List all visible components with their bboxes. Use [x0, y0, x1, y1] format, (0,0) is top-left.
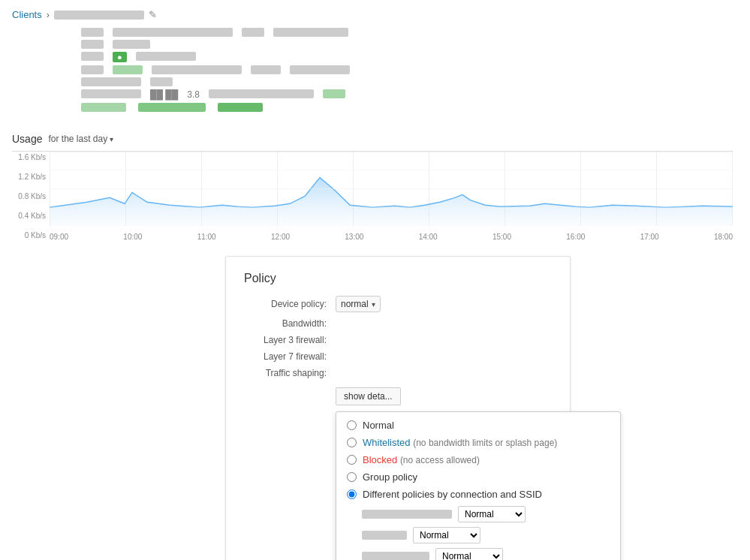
info-val-7a [81, 103, 126, 112]
ssid-policy-select-3[interactable]: Normal [435, 548, 503, 560]
x-label-3: 12:00 [271, 233, 290, 241]
radio-different[interactable] [347, 489, 357, 499]
info-row-1 [12, 28, 738, 37]
x-label-2: 11:00 [197, 233, 216, 241]
x-label-6: 15:00 [492, 233, 511, 241]
x-label-7: 16:00 [566, 233, 585, 241]
breadcrumb-parent-link[interactable]: Clients [12, 9, 42, 20]
device-policy-dropdown[interactable]: normal ▾ [336, 296, 381, 312]
info-val-1b [113, 28, 233, 37]
info-val-6c: 3.8 [187, 89, 200, 100]
show-details-row: show deta... [244, 384, 552, 405]
option-different[interactable]: Different policies by connection and SSI… [347, 489, 610, 500]
info-val-4c [152, 65, 242, 74]
usage-chart: 1.6 Kb/s 1.2 Kb/s 0.8 Kb/s 0.4 Kb/s 0 Kb… [12, 151, 733, 241]
info-val-4a [81, 65, 104, 74]
info-val-5a [81, 77, 141, 86]
traffic-label: Traffic shaping: [244, 368, 327, 378]
option-blocked[interactable]: Blocked (no access allowed) [347, 454, 610, 465]
option-whitelisted[interactable]: Whitelisted (no bandwidth limits or spla… [347, 437, 610, 448]
x-label-4: 13:00 [345, 233, 363, 241]
x-label-9: 18:00 [714, 233, 733, 241]
info-val-1c [242, 28, 264, 37]
show-details-button[interactable]: show deta... [336, 387, 401, 405]
y-label-3: 0.4 Kb/s [12, 212, 46, 220]
ssid-policy-select-2[interactable]: Normal [413, 527, 480, 543]
info-row-2 [12, 40, 738, 49]
ssid-name-2 [362, 531, 407, 540]
option-group[interactable]: Group policy [347, 471, 610, 483]
status-badge: ● [113, 52, 127, 62]
info-val-3a [81, 52, 104, 61]
info-val-3b [136, 52, 196, 61]
info-val-4b [113, 65, 143, 74]
info-val-7b [138, 103, 206, 112]
layer3-label: Layer 3 firewall: [244, 335, 327, 345]
edit-icon[interactable]: ✎ [149, 9, 157, 20]
info-row-3: ● [12, 52, 738, 62]
radio-whitelisted[interactable] [347, 438, 357, 447]
info-val-6e [323, 89, 345, 98]
option-blocked-label: Blocked (no access allowed) [363, 454, 480, 465]
dropdown-chevron: ▾ [372, 300, 375, 309]
layer7-label: Layer 7 firewall: [244, 351, 327, 362]
info-section: ● ██ ██ 3.8 [0, 25, 750, 121]
option-whitelisted-label: Whitelisted (no bandwidth limits or spla… [363, 437, 557, 448]
option-group-label: Group policy [363, 471, 417, 483]
info-val-6a [81, 89, 141, 98]
breadcrumb: Clients › ✎ [0, 0, 750, 25]
info-val-1a [81, 28, 104, 37]
ssid-policy-select-1[interactable]: Normal [458, 506, 526, 522]
info-val-5b [150, 77, 173, 86]
policy-section: Policy Device policy: normal ▾ Bandwidth… [225, 256, 571, 560]
bandwidth-row: Bandwidth: [244, 318, 552, 329]
layer3-row: Layer 3 firewall: [244, 335, 552, 345]
info-val-6b: ██ ██ [150, 89, 178, 100]
y-label-0: 1.6 Kb/s [12, 153, 46, 161]
x-label-1: 10:00 [123, 233, 142, 241]
layer7-row: Layer 7 firewall: [244, 351, 552, 362]
traffic-row: Traffic shaping: [244, 368, 552, 378]
info-val-1d [273, 28, 348, 37]
bandwidth-label: Bandwidth: [244, 318, 327, 329]
radio-group[interactable] [347, 472, 357, 482]
x-label-5: 14:00 [419, 233, 438, 241]
ssid-row-1: Normal [362, 506, 610, 522]
info-val-6d [209, 89, 314, 98]
ssid-name-3 [362, 552, 429, 560]
policy-dropdown-popup: Normal Whitelisted (no bandwidth limits … [336, 411, 621, 560]
usage-section: Usage for the last day ▾ 1.6 Kb/s 1.2 Kb… [0, 121, 750, 241]
ssid-row-3: Normal [362, 548, 610, 560]
device-policy-label: Device policy: [244, 299, 327, 309]
info-val-2b [113, 40, 150, 49]
y-label-1: 1.2 Kb/s [12, 173, 46, 181]
usage-title: Usage [12, 133, 42, 145]
info-val-7c [218, 103, 263, 112]
option-normal[interactable]: Normal [347, 420, 610, 431]
x-label-8: 17:00 [640, 233, 659, 241]
info-row-4 [12, 65, 738, 74]
dropdown-chevron: ▾ [110, 135, 113, 143]
option-normal-label: Normal [363, 420, 394, 431]
radio-blocked[interactable] [347, 455, 357, 465]
chart-plot [50, 152, 733, 226]
info-row-6: ██ ██ 3.8 [12, 89, 738, 100]
info-row-7 [12, 103, 738, 112]
ssid-rows: Normal Normal Normal Unconfigured SSID 1… [362, 506, 610, 560]
radio-normal[interactable] [347, 420, 357, 430]
usage-header: Usage for the last day ▾ [12, 133, 738, 145]
y-label-4: 0 Kb/s [12, 231, 46, 239]
policy-title: Policy [244, 272, 552, 285]
chart-svg [50, 152, 733, 226]
info-row-5 [12, 77, 738, 86]
ssid-row-2: Normal [362, 527, 610, 543]
y-label-2: 0.8 Kb/s [12, 192, 46, 200]
x-axis: 09:00 10:00 11:00 12:00 13:00 14:00 15:0… [50, 233, 733, 241]
device-policy-row: Device policy: normal ▾ [244, 296, 552, 312]
breadcrumb-separator: › [47, 9, 50, 20]
info-val-2a [81, 40, 104, 49]
ssid-name-1 [362, 510, 452, 519]
usage-time-dropdown[interactable]: for the last day ▾ [48, 134, 113, 144]
y-axis: 1.6 Kb/s 1.2 Kb/s 0.8 Kb/s 0.4 Kb/s 0 Kb… [12, 152, 46, 241]
breadcrumb-current [54, 11, 144, 20]
